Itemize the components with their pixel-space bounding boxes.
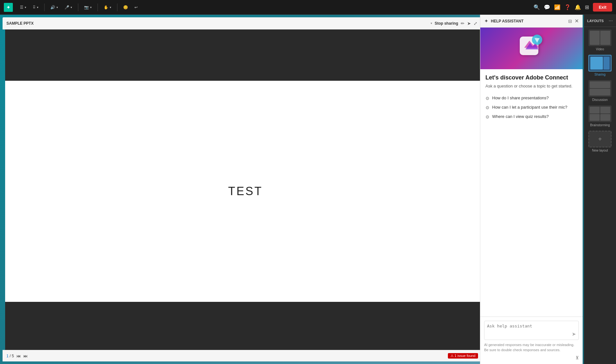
help-minimize-button[interactable]: ⊻: [576, 355, 579, 360]
signal-icon[interactable]: 📶: [554, 4, 560, 10]
question-1-icon: ⚙: [485, 96, 490, 101]
slide-top-dark: [5, 29, 486, 81]
help-header: ✦ HELP ASSISTANT ⊟ ✕: [480, 15, 583, 28]
slide-first-button[interactable]: ⏮: [16, 353, 21, 359]
help-panel: ✦ HELP ASSISTANT ⊟ ✕ Let's discover Adob…: [480, 15, 583, 364]
layout-new-label: New layout: [592, 149, 608, 152]
presentation-area: SAMPLE PPTX ▾ Stop sharing ✏ ➤ ⤢ ⋯ TEST: [0, 15, 491, 364]
separator-2: [78, 4, 78, 11]
exit-button[interactable]: Exit: [593, 3, 612, 12]
layout-thumb-bl: [590, 114, 600, 121]
apps-button[interactable]: ⠿ ▾: [31, 4, 40, 11]
slide-page-current: 1 / 5: [6, 354, 14, 358]
question-2-icon: ⚙: [485, 105, 490, 110]
layout-discussion-label: Discussion: [592, 98, 608, 102]
camera-icon: 📷: [84, 5, 89, 10]
layout-discussion[interactable]: Discussion: [586, 80, 613, 102]
slide-controls: 1 / 5 ⏮ ⏭ ⚠ 1 issue found ⊞: [3, 350, 488, 361]
layout-sharing-thumb: [588, 55, 612, 71]
slide-last-button[interactable]: ⏭: [23, 353, 28, 359]
bell-icon[interactable]: 🔔: [575, 4, 581, 10]
help-content: Let's discover Adobe Connect Ask a quest…: [480, 69, 583, 317]
layout-thumb-top: [590, 81, 610, 88]
slide-total-num: 5: [12, 354, 14, 358]
toolbar-right: 🔍 💬 📶 ❓ 🔔 ⊞ Exit: [534, 3, 612, 12]
separator-4: [117, 4, 117, 11]
layout-video-label: Video: [596, 47, 604, 51]
help-close-button[interactable]: ✕: [575, 18, 579, 24]
hamburger-icon: ☰: [20, 5, 23, 10]
layout-new[interactable]: + New layout: [586, 131, 613, 152]
layout-brainstorming-label: Brainstorming: [590, 123, 610, 127]
hand-icon: ✋: [104, 5, 108, 10]
emoji-icon: 😊: [123, 5, 128, 10]
question-2-text: How can I let a participant use their mi…: [492, 105, 567, 110]
layout-thumb-cell: [590, 31, 600, 45]
layout-add-button[interactable]: +: [588, 131, 612, 147]
menu-chevron: ▾: [25, 6, 26, 9]
layout-thumb-main: [590, 57, 603, 70]
audio-button[interactable]: 🔊 ▾: [48, 4, 60, 11]
hand-button[interactable]: ✋ ▾: [102, 4, 113, 11]
camera-chevron: ▾: [90, 6, 92, 9]
pointer-button[interactable]: ➤: [467, 21, 471, 26]
camera-button[interactable]: 📷 ▾: [82, 4, 94, 11]
slide-content: TEST: [5, 29, 486, 350]
slide-current-num: 1: [6, 354, 9, 358]
layout-sharing-label: Sharing: [595, 73, 605, 76]
emoji-button[interactable]: 😊: [121, 4, 130, 11]
grid-icon[interactable]: ⊞: [585, 4, 589, 10]
layout-brainstorming-thumb: [588, 105, 612, 122]
audio-chevron: ▾: [56, 6, 58, 9]
layout-video-thumb: [588, 29, 612, 46]
help-input-field[interactable]: [487, 324, 576, 333]
slide-test-text: TEST: [228, 185, 263, 198]
hand-chevron: ▾: [110, 6, 111, 9]
chat-icon[interactable]: 💬: [544, 4, 550, 10]
layout-video[interactable]: Video: [586, 29, 613, 51]
help-restore-button[interactable]: ⊟: [568, 19, 572, 24]
share-dropdown-arrow[interactable]: ▾: [431, 21, 432, 25]
question-3-icon: ⚙: [485, 114, 490, 120]
apps-icon: ⠿: [33, 5, 36, 10]
question-1-text: How do I share presentations?: [492, 95, 549, 100]
help-question-3[interactable]: ⚙ Where can I view quiz results?: [485, 112, 578, 121]
slide-panel: SAMPLE PPTX ▾ Stop sharing ✏ ➤ ⤢ ⋯ TEST: [0, 15, 491, 364]
share-bar: SAMPLE PPTX ▾ Stop sharing ✏ ➤ ⤢ ⋯: [3, 17, 488, 29]
help-question-2[interactable]: ⚙ How can I let a participant use their …: [485, 103, 578, 112]
help-send-button[interactable]: ➤: [572, 331, 576, 337]
help-question-1[interactable]: ⚙ How do I share presentations?: [485, 94, 578, 103]
share-actions: Stop sharing ✏ ➤ ⤢ ⋯: [435, 21, 484, 26]
main-content: SAMPLE PPTX ▾ Stop sharing ✏ ➤ ⤢ ⋯ TEST: [0, 15, 616, 364]
layouts-more-button[interactable]: ⋯: [609, 18, 613, 23]
slide-bottom-dark: [5, 302, 486, 350]
expand-button[interactable]: ⤢: [474, 21, 477, 26]
help-banner-icon: [517, 32, 546, 65]
layout-brainstorming[interactable]: Brainstorming: [586, 105, 613, 127]
help-assistant-icon: ✦: [484, 18, 488, 24]
layout-thumb-side: [603, 57, 610, 70]
help-banner: [480, 28, 583, 69]
search-icon[interactable]: 🔍: [534, 4, 540, 10]
help-subtitle: Ask a question or choose a topic to get …: [485, 84, 578, 88]
layouts-header: LAYOUTS ⋯: [584, 15, 616, 27]
layout-thumb-tl: [590, 107, 600, 113]
help-icon[interactable]: ❓: [564, 4, 571, 10]
pen-button[interactable]: ✏: [461, 21, 465, 26]
help-footer-icons: ⊻: [484, 355, 579, 360]
help-panel-title: HELP ASSISTANT: [491, 19, 566, 23]
slide-separator: /: [10, 354, 12, 358]
reaction-button[interactable]: ↩: [133, 4, 140, 11]
layout-thumb-br: [600, 114, 610, 121]
layouts-title: LAYOUTS: [587, 19, 607, 23]
layout-thumb-cell: [600, 31, 610, 45]
layouts-grid: Video Sharing Discussion: [584, 27, 616, 364]
slide-white-area: TEST: [5, 81, 486, 302]
menu-button[interactable]: ☰ ▾: [18, 4, 28, 11]
layout-thumb-bottom: [590, 89, 610, 95]
layout-sharing[interactable]: Sharing: [586, 55, 613, 76]
mic-icon: 🎤: [64, 5, 69, 10]
stop-sharing-button[interactable]: Stop sharing: [435, 21, 458, 26]
question-3-text: Where can I view quiz results?: [492, 114, 549, 119]
mic-button[interactable]: 🎤 ▾: [63, 4, 74, 11]
